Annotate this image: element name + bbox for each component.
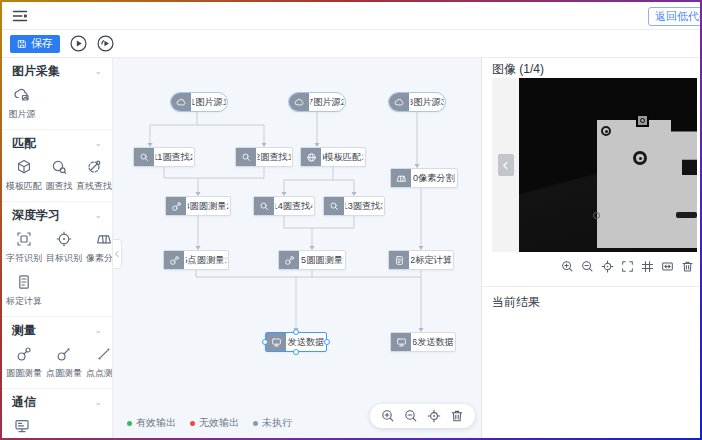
prev-image-button[interactable] xyxy=(498,154,514,176)
flow-node-send-data-2[interactable]: 16发送数据2 xyxy=(390,332,456,352)
point-point-measure-icon xyxy=(95,345,113,363)
flow-node-send-data-1[interactable]: 6发送数据1 xyxy=(265,332,327,352)
node-label: 4圆圆测量2 xyxy=(188,198,228,215)
node-handle[interactable] xyxy=(293,329,299,335)
trash-icon[interactable] xyxy=(681,260,694,273)
red-dot-icon xyxy=(190,421,195,426)
node-label: 13圆查找3 xyxy=(346,198,383,215)
flow-node-circle-find-2[interactable]: 11圆查找2 xyxy=(133,147,195,167)
tool-image-source[interactable]: 图片源 xyxy=(4,86,39,121)
flow-node-circle-circle-measure-2[interactable]: 4圆圆测量2 xyxy=(165,196,231,216)
chevron-down-icon: ⌄ xyxy=(94,325,102,335)
tool-send-data[interactable] xyxy=(4,417,39,438)
flow-node-circle-circle-measure-3[interactable]: 15圆圆测量3 xyxy=(278,250,346,270)
node-handle[interactable] xyxy=(324,339,330,345)
tool-circle-find[interactable]: 圆查找 xyxy=(44,158,74,193)
circle-find-icon xyxy=(134,148,154,166)
send-data-icon xyxy=(391,333,411,351)
locate-icon[interactable] xyxy=(427,409,441,423)
main-content: 图片采集 ⌄ 图片源 匹配 ⌄ 模板匹 xyxy=(2,58,700,438)
cloud-icon xyxy=(289,93,309,111)
tool-sidebar: 图片采集 ⌄ 图片源 匹配 ⌄ 模板匹 xyxy=(2,58,113,438)
image-nav-strip xyxy=(492,78,519,252)
section-header-communication[interactable]: 通信 ⌄ xyxy=(2,389,112,415)
zoom-out-icon[interactable] xyxy=(581,260,594,273)
camera-image[interactable] xyxy=(519,78,697,252)
send-data-icon xyxy=(13,417,31,435)
node-label: 6发送数据1 xyxy=(288,334,325,351)
flow-node-image-source-2[interactable]: 7图片源2 xyxy=(288,92,346,112)
flow-node-circle-find-3[interactable]: 13圆查找3 xyxy=(323,196,385,216)
point-circle-measure-icon xyxy=(55,345,73,363)
send-data-icon xyxy=(266,333,286,351)
step-run-button[interactable] xyxy=(97,35,114,52)
image-panel-title: 图像 (1/4) xyxy=(492,61,700,78)
node-label: 1图片源1 xyxy=(192,94,225,111)
tool-pixel-segment[interactable]: 像素分割 xyxy=(84,230,113,265)
zoom-in-icon[interactable] xyxy=(561,260,574,273)
menu-icon[interactable] xyxy=(12,7,29,24)
flow-node-calibration-1[interactable]: 12标定计算1 xyxy=(388,250,454,270)
fullscreen-icon[interactable] xyxy=(621,260,634,273)
segment-icon xyxy=(391,169,411,187)
zoom-in-icon[interactable] xyxy=(381,409,395,423)
section-header-measure[interactable]: 测量 ⌄ xyxy=(2,317,112,343)
flow-node-image-source-1[interactable]: 1图片源1 xyxy=(170,92,228,112)
run-button[interactable] xyxy=(70,35,87,52)
flow-node-template-match-1[interactable]: 9模板匹配1 xyxy=(300,147,366,167)
zoom-out-icon[interactable] xyxy=(404,409,418,423)
chevron-left-icon xyxy=(114,250,120,258)
line-find-icon xyxy=(85,158,103,176)
measure-icon xyxy=(164,251,184,269)
cloud-image-icon xyxy=(13,86,31,104)
section-header-image-capture[interactable]: 图片采集 ⌄ xyxy=(2,58,112,84)
flow-canvas[interactable]: 1图片源1 7图片源2 8图片源3 11圆查找2 2圆查找1 9模板匹配1 xyxy=(113,58,482,438)
part-hole-small xyxy=(601,126,611,136)
flow-node-pixel-segment-1[interactable]: 10像素分割1 xyxy=(390,168,458,188)
node-handle[interactable] xyxy=(293,349,299,355)
tool-point-circle-measure[interactable]: 点圆测量 xyxy=(44,345,84,380)
flow-node-circle-find-1[interactable]: 2圆查找1 xyxy=(235,147,293,167)
chevron-down-icon: ⌄ xyxy=(94,138,102,148)
tool-calibration[interactable]: 标定计算 xyxy=(4,273,44,308)
section-communication: 通信 ⌄ xyxy=(2,389,112,438)
node-label: 7图片源2 xyxy=(310,94,343,111)
inspected-part xyxy=(597,120,697,248)
flow-node-point-circle-measure-1[interactable]: 5点圆测量1 xyxy=(163,250,229,270)
tool-target-detect[interactable]: 目标识别 xyxy=(44,230,84,265)
tool-circle-circle-measure[interactable]: 圆圆测量 xyxy=(4,345,44,380)
circle-find-icon xyxy=(50,158,68,176)
cloud-icon xyxy=(171,93,191,111)
node-label: 12标定计算1 xyxy=(411,252,451,269)
node-label: 8图片源3 xyxy=(410,94,443,111)
section-header-matching[interactable]: 匹配 ⌄ xyxy=(2,130,112,156)
status-legend: 有效输出 无效输出 未执行 xyxy=(127,416,292,430)
flow-node-circle-find-4[interactable]: 14圆查找4 xyxy=(253,196,315,216)
panel-divider xyxy=(482,286,700,287)
node-label: 5点圆测量1 xyxy=(186,252,226,269)
tool-ocr[interactable]: 字符识别 xyxy=(4,230,44,265)
sidebar-collapse-handle[interactable] xyxy=(113,239,122,269)
legend-valid-output: 有效输出 xyxy=(127,416,176,430)
tool-point-point-measure[interactable]: 点点测量 xyxy=(84,345,113,380)
back-to-lowcode-button[interactable]: 返回低代码 xyxy=(648,7,700,26)
current-result-title: 当前结果 xyxy=(492,294,540,311)
image-toolbar xyxy=(561,260,694,273)
target-icon xyxy=(55,230,73,248)
tool-line-find[interactable]: 直线查找 xyxy=(74,158,113,193)
save-button[interactable]: 保存 xyxy=(10,35,60,53)
section-header-deep-learning[interactable]: 深度学习 ⌄ xyxy=(2,202,112,228)
node-handle[interactable] xyxy=(262,339,268,345)
flow-node-image-source-3[interactable]: 8图片源3 xyxy=(388,92,446,112)
locate-icon[interactable] xyxy=(601,260,614,273)
part-corner-feature xyxy=(593,212,600,219)
fit-image-icon[interactable] xyxy=(661,260,674,273)
part-fiducial-square xyxy=(636,114,649,127)
chevron-down-icon: ⌄ xyxy=(94,66,102,76)
measure-icon xyxy=(279,251,299,269)
tool-template-match[interactable]: 模板匹配 xyxy=(4,158,44,193)
trash-icon[interactable] xyxy=(450,409,464,423)
cloud-icon xyxy=(389,93,409,111)
grid-icon[interactable] xyxy=(641,260,654,273)
screen-frame: 返回低代码 保存 图片采集 ⌄ 图片源 xyxy=(0,0,702,440)
